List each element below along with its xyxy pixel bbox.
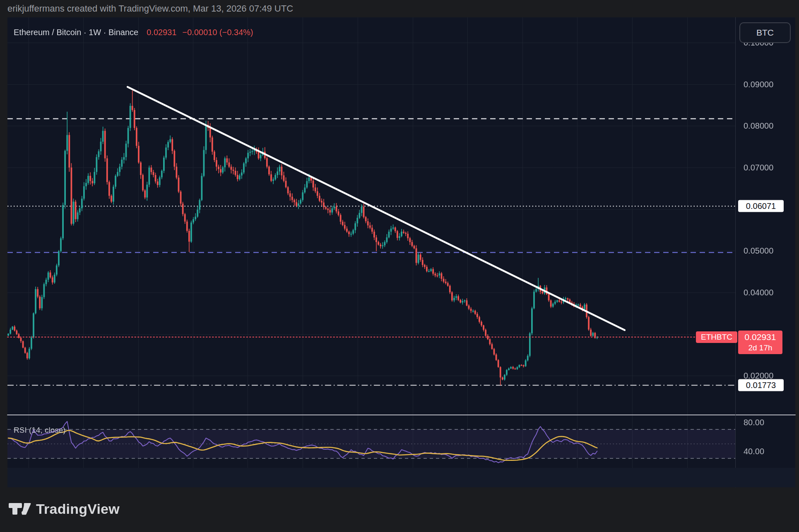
tradingview-logo-text: TradingView [36, 501, 120, 517]
time-axis[interactable] [7, 468, 795, 487]
last-price-symbol-tag: ETHBTC [696, 331, 737, 343]
last-price-value: 0.02931 [147, 28, 176, 37]
tradingview-snapshot: { "watermark": "erikjuffermans created w… [0, 0, 799, 532]
rsi-indicator-label[interactable]: RSI (14, close) [14, 426, 66, 435]
symbol-legend[interactable]: Ethereum / Bitcoin · 1W · Binance0.02931… [14, 26, 253, 38]
chart-canvas[interactable] [0, 0, 799, 532]
tradingview-logo-icon [9, 501, 32, 517]
tradingview-logo[interactable]: TradingView [9, 501, 120, 517]
price-axis[interactable] [735, 17, 795, 468]
symbol-title[interactable]: Ethereum / Bitcoin · 1W · Binance [14, 28, 138, 37]
currency-toggle-button[interactable]: BTC [739, 22, 791, 43]
price-change: −0.00010 (−0.34%) [183, 28, 253, 37]
